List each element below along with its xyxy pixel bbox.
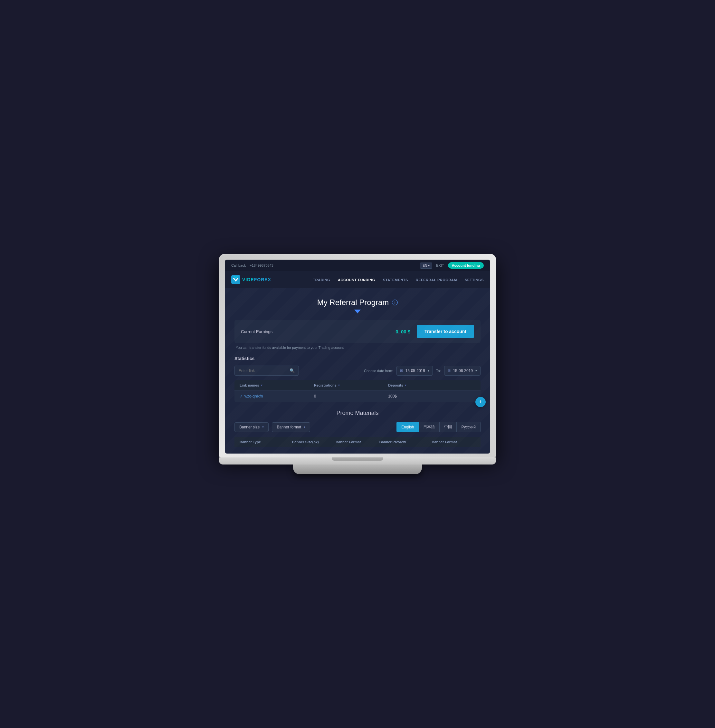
banner-col-format: Banner Format <box>336 440 379 444</box>
external-link-icon: ↗ <box>240 394 243 399</box>
calendar-icon: ⊞ <box>400 369 403 373</box>
date-from-picker[interactable]: ⊞ 15-05-2019 ▾ <box>397 366 433 376</box>
language-buttons: English 日本語 中国 Русский <box>397 421 481 432</box>
nav-links: TRADING ACCOUNT FUNDING STATEMENTS REFER… <box>313 277 484 282</box>
nav-settings[interactable]: SETTINGS <box>465 277 484 282</box>
date-to-chevron: ▾ <box>475 369 477 372</box>
nav-referral[interactable]: REFERRAL PROGRAM <box>416 277 457 282</box>
date-to-picker[interactable]: ⊞ 15-06-2019 ▾ <box>444 366 481 376</box>
col-header-link-names[interactable]: Link names ▾ <box>240 383 314 387</box>
date-from-value: 15-05-2019 <box>406 369 425 373</box>
banner-format-caret: ▾ <box>304 425 305 429</box>
info-icon[interactable]: i <box>392 299 398 305</box>
sort-icon-dep: ▾ <box>405 384 406 387</box>
earnings-value: 0, 00 $ <box>273 329 410 334</box>
cell-registrations: 0 <box>314 394 388 399</box>
exit-button[interactable]: EXIT <box>436 263 444 267</box>
cell-deposits: 100$ <box>388 394 463 399</box>
col-header-actions <box>463 383 475 387</box>
language-selector[interactable]: EN ▾ <box>420 263 432 269</box>
date-from-chevron: ▾ <box>428 369 429 372</box>
main-content: My Referral Program i Current Earnings 0… <box>225 288 490 453</box>
table-row: ↗ wzq-qnlxfn 0 100$ <box>234 391 481 402</box>
date-to-value: 15-06-2019 <box>453 369 473 373</box>
chevron-down-icon <box>354 310 361 313</box>
stats-table: Link names ▾ Registrations ▾ Deposits ▾ <box>234 380 481 402</box>
statistics-title: Statistics <box>234 356 481 361</box>
page-title: My Referral Program i <box>234 298 481 307</box>
date-to-label: To: <box>436 369 441 373</box>
lang-btn-english[interactable]: English <box>397 421 419 432</box>
lang-btn-japanese[interactable]: 日本語 <box>419 421 440 432</box>
banner-col-type: Banner Type <box>240 440 292 444</box>
search-input[interactable] <box>239 369 287 373</box>
transfer-to-account-button[interactable]: Transfer to account <box>417 325 474 338</box>
promo-materials-section: Promo Materials Banner size ▾ Banner for… <box>234 410 481 447</box>
logo-text: VIDEFOREX <box>242 277 271 282</box>
col-header-deposits[interactable]: Deposits ▾ <box>388 383 463 387</box>
nav-account-funding[interactable]: ACCOUNT FUNDING <box>338 277 375 282</box>
logo[interactable]: VIDEFOREX <box>231 275 271 284</box>
stats-table-wrapper: Link names ▾ Registrations ▾ Deposits ▾ <box>234 380 481 402</box>
top-bar: Call back +18499370843 EN ▾ EXIT Account… <box>225 260 490 271</box>
lang-btn-russian[interactable]: Русский <box>457 421 481 432</box>
navbar: VIDEFOREX TRADING ACCOUNT FUNDING STATEM… <box>225 271 490 288</box>
laptop-base <box>219 458 496 465</box>
banner-col-format2: Banner Format <box>431 440 475 444</box>
banner-col-size: Banner Size(px) <box>292 440 336 444</box>
earnings-label: Current Earnings <box>241 329 273 334</box>
promo-controls: Banner size ▾ Banner format ▾ English 日本… <box>234 421 481 432</box>
search-box[interactable]: 🔍 <box>234 366 299 376</box>
search-icon: 🔍 <box>290 368 295 373</box>
col-header-registrations[interactable]: Registrations ▾ <box>314 383 388 387</box>
page-title-section: My Referral Program i <box>234 298 481 313</box>
banner-size-label: Banner size <box>239 425 259 429</box>
earnings-card: Current Earnings 0, 00 $ Transfer to acc… <box>234 320 481 343</box>
banner-size-dropdown[interactable]: Banner size ▾ <box>234 422 269 432</box>
banner-format-dropdown[interactable]: Banner format ▾ <box>272 422 310 432</box>
transfer-note: You can transfer funds available for pay… <box>234 346 481 349</box>
calendar-icon-2: ⊞ <box>448 369 451 373</box>
phone-number: +18499370843 <box>250 263 273 267</box>
lang-dropdown-icon: ▾ <box>428 264 430 267</box>
add-row-button[interactable]: + <box>475 397 486 407</box>
sort-icon-reg: ▾ <box>338 384 340 387</box>
stats-filters: 🔍 Choose date from: ⊞ 15-05-2019 ▾ To: <box>234 366 481 376</box>
logo-icon <box>231 275 240 284</box>
banner-format-label: Banner format <box>277 425 301 429</box>
laptop-stand <box>293 465 422 474</box>
lang-value: EN <box>422 264 427 267</box>
nav-statements[interactable]: STATEMENTS <box>383 277 408 282</box>
date-from-label: Choose date from: <box>364 369 393 373</box>
lang-btn-chinese[interactable]: 中国 <box>440 421 457 432</box>
nav-trading[interactable]: TRADING <box>313 277 330 282</box>
statistics-section: Statistics 🔍 Choose date from: ⊞ 15-05-2… <box>234 356 481 402</box>
account-funding-button[interactable]: Account funding <box>448 262 484 269</box>
callback-label: Call back <box>231 263 246 267</box>
sort-icon-link: ▾ <box>261 384 262 387</box>
banner-table-header: Banner Type Banner Size(px) Banner Forma… <box>234 437 481 447</box>
date-filters: Choose date from: ⊞ 15-05-2019 ▾ To: ⊞ 1… <box>364 366 481 376</box>
svg-rect-0 <box>231 275 240 284</box>
banner-col-preview: Banner Preview <box>379 440 432 444</box>
table-header: Link names ▾ Registrations ▾ Deposits ▾ <box>234 380 481 391</box>
banner-size-caret: ▾ <box>262 425 264 429</box>
cell-link-name: ↗ wzq-qnlxfn <box>240 394 314 399</box>
promo-title: Promo Materials <box>234 410 481 417</box>
